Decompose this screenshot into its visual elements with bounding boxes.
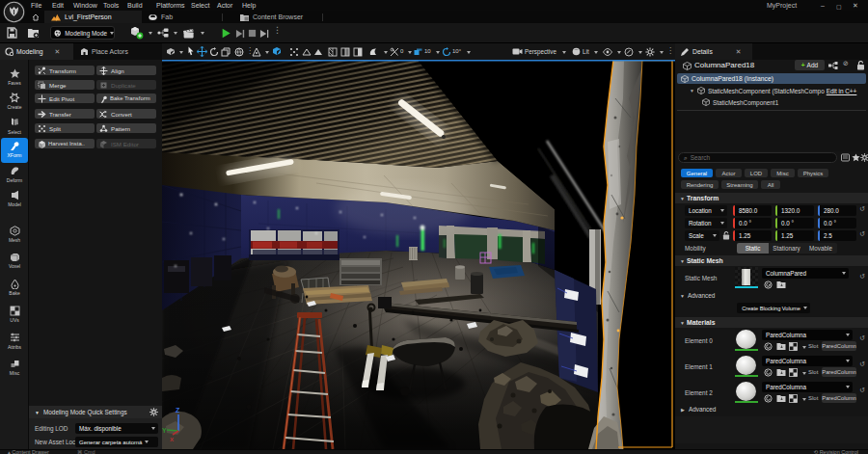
svg-text:X: X [170, 437, 174, 442]
svg-text:Z: Z [176, 407, 180, 414]
svg-text:Y: Y [162, 427, 167, 434]
